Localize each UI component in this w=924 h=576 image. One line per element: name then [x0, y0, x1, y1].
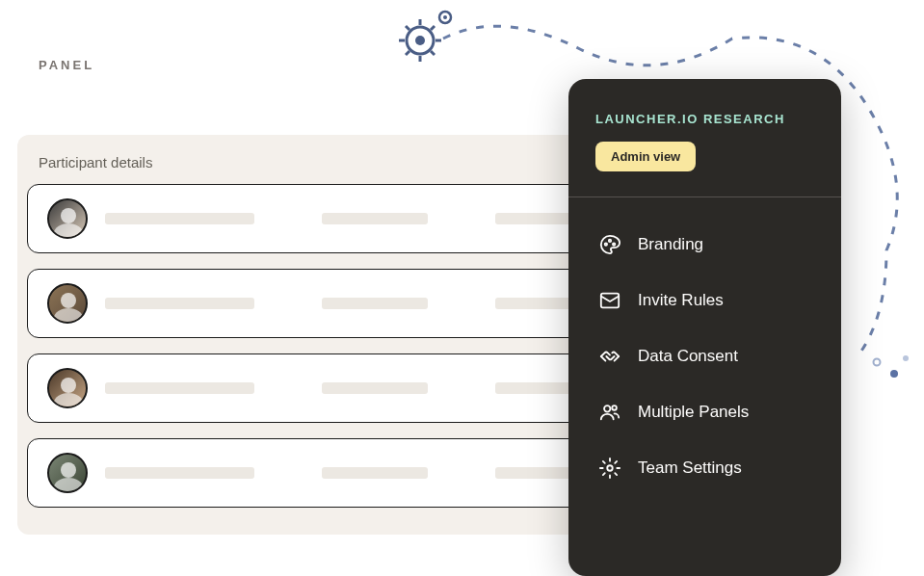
svg-point-12 — [890, 370, 898, 378]
svg-point-0 — [407, 27, 434, 54]
avatar — [47, 453, 88, 493]
menu-item-label: Branding — [638, 235, 703, 254]
svg-line-7 — [431, 51, 435, 55]
palette-icon — [599, 234, 620, 255]
gear-icon — [599, 458, 620, 479]
svg-line-9 — [431, 26, 435, 30]
svg-point-21 — [607, 465, 613, 471]
svg-point-13 — [874, 359, 881, 366]
menu-item-label: Data Consent — [638, 347, 738, 366]
svg-point-15 — [605, 243, 607, 245]
menu-item-data-consent[interactable]: Data Consent — [595, 328, 814, 384]
svg-line-8 — [406, 51, 409, 55]
svg-point-14 — [903, 355, 909, 361]
svg-point-20 — [612, 406, 617, 410]
menu-divider — [568, 196, 841, 197]
avatar — [47, 368, 88, 408]
svg-point-11 — [443, 15, 447, 19]
svg-point-1 — [415, 36, 425, 45]
menu-item-team-settings[interactable]: Team Settings — [595, 440, 814, 496]
menu-title: LAUNCHER.IO RESEARCH — [595, 112, 814, 126]
envelope-icon — [599, 290, 620, 311]
menu-item-branding[interactable]: Branding — [595, 217, 814, 273]
svg-point-19 — [604, 406, 610, 411]
users-icon — [599, 402, 620, 423]
menu-item-multiple-panels[interactable]: Multiple Panels — [595, 384, 814, 440]
svg-point-17 — [613, 243, 615, 245]
panel-label: PANEL — [39, 58, 94, 72]
menu-item-label: Multiple Panels — [638, 403, 749, 422]
admin-view-badge: Admin view — [595, 142, 696, 171]
svg-point-16 — [609, 240, 611, 242]
avatar — [47, 198, 88, 239]
avatar — [47, 283, 88, 324]
menu-item-invite-rules[interactable]: Invite Rules — [595, 273, 814, 328]
svg-point-10 — [439, 12, 451, 23]
handshake-icon — [599, 346, 620, 367]
admin-menu: LAUNCHER.IO RESEARCH Admin view Branding… — [568, 79, 841, 576]
menu-item-label: Invite Rules — [638, 291, 724, 310]
svg-line-6 — [406, 26, 409, 30]
menu-item-label: Team Settings — [638, 458, 742, 478]
